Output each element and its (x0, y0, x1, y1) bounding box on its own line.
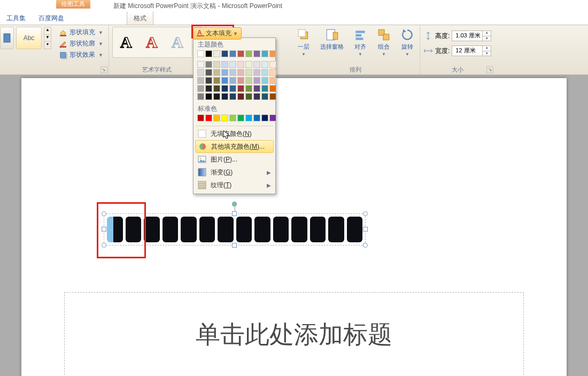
color-swatch[interactable] (221, 69, 228, 76)
color-swatch[interactable] (205, 85, 212, 92)
resize-handle[interactable] (363, 227, 368, 232)
resize-handle[interactable] (102, 211, 106, 216)
dialog-launcher-size[interactable]: ↘ (486, 66, 493, 73)
color-swatch[interactable] (253, 61, 260, 68)
color-swatch[interactable] (269, 93, 276, 100)
color-swatch[interactable] (253, 114, 260, 121)
texture-fill-item[interactable]: 纹理(T) ▶ (194, 179, 275, 191)
color-swatch[interactable] (197, 114, 204, 121)
color-swatch[interactable] (229, 50, 236, 57)
spin-down-icon[interactable]: ▼ (483, 36, 491, 42)
color-swatch[interactable] (229, 69, 236, 76)
color-swatch[interactable] (197, 69, 204, 76)
color-swatch[interactable] (229, 114, 236, 121)
tab-format[interactable]: 格式 (127, 11, 153, 25)
color-swatch[interactable] (213, 77, 220, 84)
color-swatch[interactable] (237, 93, 244, 100)
color-swatch[interactable] (261, 69, 268, 76)
bring-forward-button[interactable]: 一层▼ (295, 27, 313, 58)
spin-up-icon[interactable]: ▲ (483, 30, 491, 36)
color-swatch[interactable] (237, 61, 244, 68)
color-swatch[interactable] (197, 77, 204, 84)
no-fill-color-item[interactable]: 无填充颜色(N) (194, 127, 275, 140)
color-swatch[interactable] (245, 61, 252, 68)
height-input[interactable]: 1.03 厘米 ▲▼ (452, 30, 491, 41)
gradient-fill-item[interactable]: 渐变(G) ▶ (194, 166, 275, 179)
group-button[interactable]: 组合▼ (375, 27, 393, 58)
title-placeholder[interactable]: 单击此处添加标题 (64, 292, 524, 376)
color-swatch[interactable] (197, 61, 204, 68)
picture-fill-item[interactable]: 图片(P)... (194, 153, 275, 166)
color-swatch[interactable] (221, 77, 228, 84)
slide-canvas[interactable]: 单击此处添加标题 (21, 78, 567, 376)
color-swatch[interactable] (221, 93, 228, 100)
color-swatch[interactable] (245, 114, 252, 121)
shape-style-preset-1[interactable] (0, 27, 14, 49)
color-swatch[interactable] (213, 85, 220, 92)
color-swatch[interactable] (197, 93, 204, 100)
color-swatch[interactable] (253, 50, 260, 57)
color-swatch[interactable] (229, 85, 236, 92)
color-swatch[interactable] (269, 114, 276, 121)
color-swatch[interactable] (253, 69, 260, 76)
gallery-scroll-up-icon[interactable]: ▲ (44, 27, 51, 34)
color-swatch[interactable] (261, 77, 268, 84)
resize-handle[interactable] (102, 227, 106, 232)
color-swatch[interactable] (221, 114, 228, 121)
align-button[interactable]: 对齐▼ (351, 27, 369, 58)
color-swatch[interactable] (237, 85, 244, 92)
color-swatch[interactable] (205, 114, 212, 121)
color-swatch[interactable] (205, 50, 212, 57)
color-swatch[interactable] (269, 85, 276, 92)
color-swatch[interactable] (269, 69, 276, 76)
color-swatch[interactable] (261, 93, 268, 100)
wordart-preset-1[interactable]: A (115, 31, 137, 53)
selected-wordart-object[interactable] (107, 217, 362, 242)
spin-down-icon[interactable]: ▼ (483, 51, 491, 57)
color-swatch[interactable] (213, 61, 220, 68)
color-swatch[interactable] (229, 93, 236, 100)
dialog-launcher-shape-styles[interactable]: ↘ (100, 66, 107, 73)
gallery-expand-icon[interactable]: ▾ (44, 42, 51, 49)
color-swatch[interactable] (245, 50, 252, 57)
color-swatch[interactable] (253, 93, 260, 100)
color-swatch[interactable] (213, 93, 220, 100)
color-swatch[interactable] (213, 50, 220, 57)
rotate-handle[interactable] (232, 202, 237, 206)
color-swatch[interactable] (245, 93, 252, 100)
selection-pane-button[interactable]: 选择窗格 (318, 27, 346, 52)
shape-style-preset-abc[interactable]: Abc (16, 27, 42, 49)
wordart-preset-3[interactable]: A (166, 31, 189, 53)
color-swatch[interactable] (237, 50, 244, 57)
color-swatch[interactable] (197, 50, 204, 57)
color-swatch[interactable] (253, 77, 260, 84)
color-swatch[interactable] (261, 61, 268, 68)
resize-handle[interactable] (102, 243, 106, 248)
color-swatch[interactable] (221, 50, 228, 57)
wordart-preset-2[interactable]: A (141, 31, 163, 53)
shape-effects-button[interactable]: 形状效果▼ (57, 49, 105, 60)
color-swatch[interactable] (269, 50, 276, 57)
color-swatch[interactable] (197, 85, 204, 92)
resize-handle[interactable] (363, 243, 368, 248)
color-swatch[interactable] (237, 77, 244, 84)
tab-baidu-netdisk[interactable]: 百度网盘 (32, 12, 71, 25)
tab-toolset[interactable]: 工具集 (0, 12, 32, 25)
color-swatch[interactable] (213, 69, 220, 76)
color-swatch[interactable] (237, 69, 244, 76)
resize-handle[interactable] (232, 243, 237, 248)
color-swatch[interactable] (261, 85, 268, 92)
color-swatch[interactable] (229, 77, 236, 84)
color-swatch[interactable] (245, 69, 252, 76)
color-swatch[interactable] (237, 114, 244, 121)
color-swatch[interactable] (269, 77, 276, 84)
resize-handle[interactable] (232, 211, 237, 216)
color-swatch[interactable] (261, 50, 268, 57)
resize-handle[interactable] (363, 211, 368, 216)
color-swatch[interactable] (245, 77, 252, 84)
color-swatch[interactable] (261, 114, 268, 121)
color-swatch[interactable] (205, 77, 212, 84)
width-input[interactable]: 12 厘米 ▲▼ (452, 45, 491, 56)
color-swatch[interactable] (269, 61, 276, 68)
shape-fill-button[interactable]: 形状填充▼ (57, 27, 105, 38)
